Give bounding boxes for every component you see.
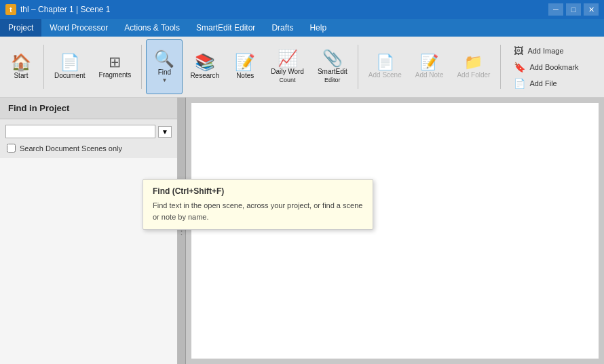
maximize-button[interactable]: □ bbox=[566, 3, 581, 16]
add-image-button[interactable]: 🖼 Add Image bbox=[510, 43, 582, 58]
menu-item-drafts[interactable]: Drafts bbox=[263, 19, 301, 37]
notes-label: Notes bbox=[236, 72, 254, 79]
add-folder-label: Add Folder bbox=[457, 71, 490, 79]
find-panel-title: Find in Project bbox=[0, 98, 177, 119]
start-icon: 🏠 bbox=[11, 54, 31, 70]
toolbar-btn-add-note: 📝 Add Note bbox=[409, 39, 450, 94]
add-bookmark-icon: 🔖 bbox=[514, 62, 525, 73]
main-content: Find in Project ▼ Search Document Scenes… bbox=[0, 98, 604, 364]
find-search-input[interactable] bbox=[5, 125, 155, 138]
add-image-label: Add Image bbox=[527, 47, 563, 55]
editor-area: ⋮ bbox=[178, 98, 604, 364]
add-note-label: Add Note bbox=[415, 71, 444, 79]
research-label: Research bbox=[190, 72, 219, 79]
smartedit-icon: 📎 bbox=[322, 50, 343, 66]
smartedit-sublabel: Editor bbox=[324, 77, 341, 83]
editor-ruler: ⋮ bbox=[178, 98, 186, 364]
find-panel: Find in Project ▼ Search Document Scenes… bbox=[0, 98, 178, 364]
menu-item-actions-tools[interactable]: Actions & Tools bbox=[116, 19, 188, 37]
toolbar: 🏠 Start 📄 Document ⊞ Fragments 🔍 Find ▼ … bbox=[0, 37, 604, 98]
add-file-section: 🖼 Add Image 🔖 Add Bookmark 📄 Add File bbox=[505, 39, 587, 94]
window-title: thl – Chapter 1 | Scene 1 bbox=[20, 5, 111, 14]
toolbar-btn-add-folder: 📁 Add Folder bbox=[451, 39, 496, 94]
add-bookmark-button[interactable]: 🔖 Add Bookmark bbox=[510, 60, 582, 75]
fragments-label: Fragments bbox=[99, 71, 132, 79]
toolbar-btn-document[interactable]: 📄 Document bbox=[48, 39, 92, 94]
toolbar-btn-start[interactable]: 🏠 Start bbox=[3, 39, 39, 94]
add-file-button[interactable]: 📄 Add File bbox=[510, 76, 582, 91]
smartedit-label: SmartEdit bbox=[318, 68, 347, 75]
toolbar-btn-fragments[interactable]: ⊞ Fragments bbox=[93, 39, 138, 94]
add-scene-icon: 📄 bbox=[376, 55, 394, 70]
daily-word-count-label: Daily Word bbox=[271, 68, 304, 75]
add-scene-label: Add Scene bbox=[369, 71, 402, 79]
close-button[interactable]: ✕ bbox=[584, 3, 599, 16]
find-icon: 🔍 bbox=[154, 51, 174, 67]
tooltip-title: Find (Ctrl+Shift+F) bbox=[153, 186, 363, 196]
menu-item-smartedit-editor[interactable]: SmartEdit Editor bbox=[188, 19, 263, 37]
document-icon: 📄 bbox=[60, 54, 80, 70]
document-label: Document bbox=[54, 72, 86, 79]
find-search-dropdown[interactable]: ▼ bbox=[158, 126, 172, 138]
sep-1 bbox=[43, 45, 44, 89]
toolbar-btn-daily-word-count[interactable]: 📈 Daily Word Count bbox=[265, 39, 310, 94]
minimize-button[interactable]: ─ bbox=[548, 3, 563, 16]
tooltip-body: Find text in the open scene, across your… bbox=[153, 200, 363, 222]
menu-item-project[interactable]: Project bbox=[0, 19, 41, 37]
toolbar-btn-add-scene: 📄 Add Scene bbox=[362, 39, 408, 94]
sep-2 bbox=[141, 45, 142, 89]
toolbar-btn-find[interactable]: 🔍 Find ▼ bbox=[146, 39, 183, 94]
title-bar: t thl – Chapter 1 | Scene 1 ─ □ ✕ bbox=[0, 0, 604, 19]
toolbar-btn-notes[interactable]: 📝 Notes bbox=[227, 39, 263, 94]
daily-word-count-sublabel: Count bbox=[280, 77, 296, 83]
add-bookmark-label: Add Bookmark bbox=[529, 63, 578, 71]
menu-item-word-processor[interactable]: Word Processor bbox=[41, 19, 116, 37]
start-label: Start bbox=[14, 72, 28, 79]
find-label: Find bbox=[158, 68, 171, 76]
add-file-icon: 📄 bbox=[514, 78, 525, 89]
toolbar-btn-smartedit[interactable]: 📎 SmartEdit Editor bbox=[312, 39, 354, 94]
find-dropdown-arrow: ▼ bbox=[162, 77, 167, 83]
find-search-row: ▼ bbox=[0, 119, 177, 144]
find-tooltip: Find (Ctrl+Shift+F) Find text in the ope… bbox=[143, 179, 373, 230]
menu-item-help[interactable]: Help bbox=[301, 19, 335, 37]
notes-icon: 📝 bbox=[235, 54, 255, 70]
research-icon: 📚 bbox=[195, 54, 215, 70]
title-bar-controls: ─ □ ✕ bbox=[548, 3, 599, 16]
add-image-icon: 🖼 bbox=[514, 45, 523, 56]
add-note-icon: 📝 bbox=[420, 55, 438, 70]
app-icon: t bbox=[5, 4, 16, 15]
sep-4 bbox=[500, 45, 501, 89]
add-file-label: Add File bbox=[529, 79, 556, 87]
title-bar-left: t thl – Chapter 1 | Scene 1 bbox=[5, 4, 111, 15]
find-checkbox-row: Search Document Scenes only bbox=[0, 144, 177, 158]
fragments-icon: ⊞ bbox=[109, 55, 121, 70]
sep-3 bbox=[358, 45, 358, 89]
search-scenes-only-label: Search Document Scenes only bbox=[20, 144, 122, 153]
search-scenes-only-checkbox[interactable] bbox=[7, 144, 16, 153]
toolbar-btn-research[interactable]: 📚 Research bbox=[184, 39, 225, 94]
add-folder-icon: 📁 bbox=[464, 55, 483, 70]
menu-bar: Project Word Processor Actions & Tools S… bbox=[0, 19, 604, 37]
editor-content[interactable] bbox=[191, 103, 599, 359]
daily-word-count-icon: 📈 bbox=[278, 50, 298, 66]
